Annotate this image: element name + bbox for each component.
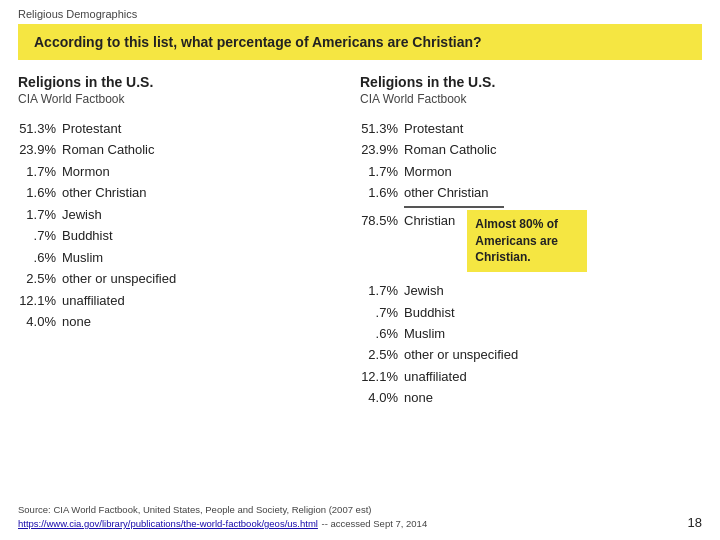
right-row-muslim: .6% Muslim xyxy=(360,323,692,344)
page-number: 18 xyxy=(688,515,702,530)
right-row-buddhist: .7% Buddhist xyxy=(360,302,692,323)
right-row-roman-catholic: 23.9% Roman Catholic xyxy=(360,139,692,160)
right-column: Religions in the U.S. CIA World Factbook… xyxy=(360,74,702,409)
question-box: According to this list, what percentage … xyxy=(18,24,702,60)
left-row-roman-catholic: 23.9% Roman Catholic xyxy=(18,139,350,160)
right-column-subtitle: CIA World Factbook xyxy=(360,92,692,106)
right-row-protestant: 51.3% Protestant xyxy=(360,118,692,139)
left-column-subtitle: CIA World Factbook xyxy=(18,92,350,106)
christian-total-row: 78.5% Christian Almost 80% of Americans … xyxy=(360,210,692,272)
left-row-protestant: 51.3% Protestant xyxy=(18,118,350,139)
left-row-mormon: 1.7% Mormon xyxy=(18,161,350,182)
left-row-buddhist: .7% Buddhist xyxy=(18,225,350,246)
christian-divider xyxy=(360,206,692,208)
left-row-other-unspecified: 2.5% other or unspecified xyxy=(18,268,350,289)
left-row-other-christian: 1.6% other Christian xyxy=(18,182,350,203)
callout-box: Almost 80% of Americans are Christian. xyxy=(467,210,587,272)
right-row-unaffiliated: 12.1% unaffiliated xyxy=(360,366,692,387)
footer-source: Source: CIA World Factbook, United State… xyxy=(18,504,427,530)
left-row-unaffiliated: 12.1% unaffiliated xyxy=(18,290,350,311)
left-column: Religions in the U.S. CIA World Factbook… xyxy=(18,74,360,409)
right-column-title: Religions in the U.S. xyxy=(360,74,692,90)
right-row-jewish: 1.7% Jewish xyxy=(360,280,692,301)
right-row-other-christian: 1.6% other Christian xyxy=(360,182,692,203)
right-row-other-unspecified: 2.5% other or unspecified xyxy=(360,344,692,365)
left-row-jewish: 1.7% Jewish xyxy=(18,204,350,225)
left-row-none: 4.0% none xyxy=(18,311,350,332)
left-column-title: Religions in the U.S. xyxy=(18,74,350,90)
right-row-mormon: 1.7% Mormon xyxy=(360,161,692,182)
left-row-muslim: .6% Muslim xyxy=(18,247,350,268)
right-row-none: 4.0% none xyxy=(360,387,692,408)
page-title: Religious Demographics xyxy=(0,0,720,24)
